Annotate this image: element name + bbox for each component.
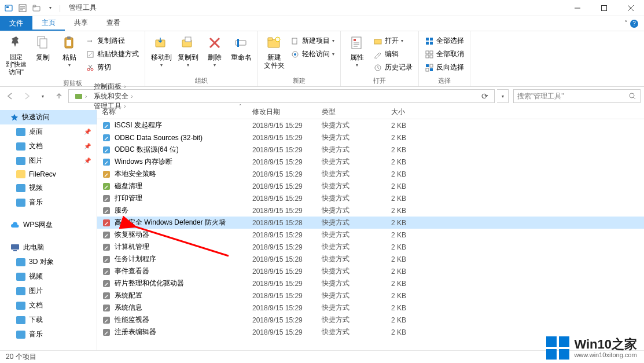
sidebar-item[interactable]: 音乐: [0, 327, 97, 342]
selectall-button[interactable]: 全部选择: [422, 35, 466, 47]
sidebar-item[interactable]: 图片📌: [0, 153, 97, 168]
delete-button[interactable]: 删除▾: [202, 32, 227, 69]
file-icon: [102, 255, 111, 264]
history-button[interactable]: 历史记录: [371, 61, 415, 74]
svg-rect-26: [354, 39, 356, 41]
pin-icon: [7, 34, 25, 52]
copy-button[interactable]: 复制: [30, 32, 56, 63]
sidebar-thispc[interactable]: 此电脑: [0, 240, 97, 255]
tab-home[interactable]: 主页: [32, 16, 65, 31]
close-button[interactable]: [617, 0, 644, 16]
copyto-button[interactable]: 复制到▾: [175, 32, 201, 69]
table-row[interactable]: 磁盘清理 2018/9/15 15:29 快捷方式 2 KB: [97, 180, 644, 192]
addr-root-icon[interactable]: ›: [71, 92, 90, 100]
pin-quickaccess-button[interactable]: 固定到"快速访问": [3, 32, 29, 78]
copy-path-button[interactable]: 复制路径: [83, 35, 141, 47]
moveto-button[interactable]: 移动到▾: [149, 32, 174, 69]
sidebar-item[interactable]: 文档: [0, 298, 97, 313]
cut-button[interactable]: 剪切: [83, 61, 141, 74]
col-date[interactable]: 修改日期: [248, 107, 317, 117]
table-row[interactable]: 服务 2018/9/15 15:29 快捷方式 2 KB: [97, 204, 644, 217]
sidebar-item[interactable]: 桌面📌: [0, 124, 97, 139]
paste-button[interactable]: 粘贴 ▾: [57, 32, 82, 69]
col-name[interactable]: 名称˄: [97, 107, 248, 117]
tab-view[interactable]: 查看: [97, 16, 130, 31]
table-row[interactable]: ODBC Data Sources (32-bit) 2018/9/15 15:…: [97, 131, 644, 144]
file-type: 快捷方式: [322, 169, 391, 179]
table-row[interactable]: 计算机管理 2018/9/15 15:29 快捷方式 2 KB: [97, 241, 644, 253]
copy-path-icon: [86, 36, 95, 46]
collapse-ribbon-icon[interactable]: ˄: [624, 20, 628, 27]
file-size: 2 KB: [391, 255, 461, 263]
sidebar-item[interactable]: 文档📌: [0, 139, 97, 153]
qat-dropdown-icon[interactable]: ▾: [45, 3, 56, 13]
file-name: 事件查看器: [115, 266, 149, 276]
minimize-button[interactable]: [564, 0, 591, 16]
sidebar-item[interactable]: FileRecv: [0, 168, 97, 181]
qat-newfolder-icon[interactable]: [31, 3, 42, 13]
table-row[interactable]: 恢复驱动器 2018/9/15 15:29 快捷方式 2 KB: [97, 229, 644, 241]
table-row[interactable]: 碎片整理和优化驱动器 2018/9/15 15:29 快捷方式 2 KB: [97, 277, 644, 289]
svg-rect-35: [426, 55, 429, 58]
breadcrumb-item[interactable]: 控制面板›: [90, 82, 136, 91]
properties-icon: [348, 34, 366, 52]
table-row[interactable]: 本地安全策略 2018/9/15 15:29 快捷方式 2 KB: [97, 168, 644, 180]
tab-share[interactable]: 共享: [65, 16, 97, 31]
table-row[interactable]: 任务计划程序 2018/9/15 15:28 快捷方式 2 KB: [97, 253, 644, 265]
breadcrumb-item[interactable]: 系统和安全›: [90, 91, 136, 101]
selectnone-button[interactable]: 全部取消: [422, 48, 466, 60]
help-icon[interactable]: ?: [630, 20, 638, 28]
moveto-icon: [152, 34, 171, 52]
address-bar[interactable]: › 控制面板›系统和安全›管理工具› ⟳: [68, 89, 495, 103]
up-button[interactable]: [52, 89, 66, 103]
sidebar[interactable]: 快速访问 桌面📌文档📌图片📌FileRecv视频音乐 WPS网盘 此电脑 3D …: [0, 105, 97, 350]
col-size[interactable]: 大小: [387, 107, 456, 117]
sidebar-item[interactable]: 下载: [0, 313, 97, 327]
forward-button[interactable]: [20, 89, 34, 103]
newfolder-button[interactable]: 新建 文件夹: [262, 32, 287, 71]
copy-label: 复制: [36, 53, 50, 61]
address-dropdown[interactable]: ▾: [497, 89, 509, 103]
table-row[interactable]: 高级安全 Windows Defender 防火墙 2018/9/15 15:2…: [97, 217, 644, 229]
sidebar-item[interactable]: 图片: [0, 284, 97, 298]
col-type[interactable]: 类型: [317, 107, 387, 117]
invert-button[interactable]: 反向选择: [422, 61, 466, 74]
watermark-title: Win10之家: [574, 338, 637, 351]
table-row[interactable]: 系统配置 2018/9/15 15:29 快捷方式 2 KB: [97, 289, 644, 302]
open-button[interactable]: 打开▾: [371, 35, 415, 47]
sidebar-item[interactable]: 3D 对象: [0, 255, 97, 269]
qat-properties-icon[interactable]: [17, 3, 28, 13]
sidebar-wps[interactable]: WPS网盘: [0, 218, 97, 232]
easyaccess-button[interactable]: 轻松访问▾: [288, 48, 337, 60]
edit-button[interactable]: 编辑: [371, 48, 415, 60]
newitem-button[interactable]: 新建项目▾: [288, 35, 337, 47]
search-input[interactable]: 搜索"管理工具": [513, 89, 641, 103]
paste-dropdown-icon[interactable]: ▾: [68, 63, 71, 68]
file-type: 快捷方式: [322, 133, 391, 142]
table-row[interactable]: 系统信息 2018/9/15 15:29 快捷方式 2 KB: [97, 302, 644, 314]
sidebar-item[interactable]: 视频: [0, 269, 97, 284]
properties-button[interactable]: 属性▾: [344, 32, 370, 69]
svg-rect-7: [40, 39, 47, 48]
table-row[interactable]: 性能监视器 2018/9/15 15:29 快捷方式 2 KB: [97, 314, 644, 326]
svg-rect-27: [374, 39, 381, 44]
tab-file[interactable]: 文件: [0, 16, 32, 31]
rename-button[interactable]: 重命名: [229, 32, 254, 63]
refresh-icon[interactable]: ⟳: [478, 91, 492, 101]
sidebar-item[interactable]: 音乐: [0, 195, 97, 210]
table-row[interactable]: 事件查看器 2018/9/15 15:29 快捷方式 2 KB: [97, 265, 644, 277]
sidebar-item[interactable]: 视频: [0, 181, 97, 195]
back-button[interactable]: [3, 89, 17, 103]
file-type: 快捷方式: [322, 193, 391, 203]
table-row[interactable]: 打印管理 2018/9/15 15:29 快捷方式 2 KB: [97, 192, 644, 204]
sidebar-quickaccess[interactable]: 快速访问: [0, 110, 97, 124]
recent-dropdown[interactable]: ▾: [36, 89, 50, 103]
file-list[interactable]: iSCSI 发起程序 2018/9/15 15:29 快捷方式 2 KB ODB…: [97, 119, 644, 350]
group-new-label: 新建: [262, 75, 337, 85]
file-date: 2018/9/15 15:29: [252, 146, 322, 154]
table-row[interactable]: iSCSI 发起程序 2018/9/15 15:29 快捷方式 2 KB: [97, 119, 644, 131]
maximize-button[interactable]: [591, 0, 617, 16]
table-row[interactable]: ODBC 数据源(64 位) 2018/9/15 15:29 快捷方式 2 KB: [97, 144, 644, 156]
table-row[interactable]: Windows 内存诊断 2018/9/15 15:29 快捷方式 2 KB: [97, 156, 644, 168]
paste-shortcut-button[interactable]: 粘贴快捷方式: [83, 48, 141, 60]
